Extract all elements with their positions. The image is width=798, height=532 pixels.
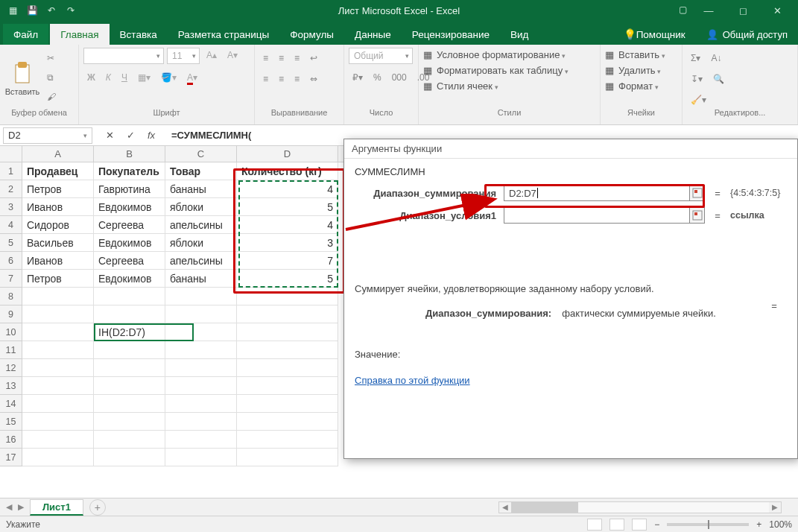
align-top-icon[interactable]: ≡ xyxy=(259,51,272,66)
sort-icon[interactable]: A↓ xyxy=(707,51,725,66)
font-color-button[interactable]: A▾ xyxy=(183,70,201,85)
cell-B12[interactable] xyxy=(94,359,165,377)
function-help-link[interactable]: Справка по этой функции xyxy=(355,375,470,386)
view-normal-icon[interactable] xyxy=(587,519,602,531)
tab-file[interactable]: Файл xyxy=(3,24,48,45)
cell-D9[interactable] xyxy=(237,305,338,323)
tab-layout[interactable]: Разметка страницы xyxy=(168,24,279,45)
cell-B10[interactable]: ІН(D2:D7) xyxy=(94,323,165,341)
row-header[interactable]: 10 xyxy=(0,323,22,341)
cell-B16[interactable] xyxy=(94,431,165,449)
zoom-value[interactable]: 100% xyxy=(769,519,792,530)
cell-C16[interactable] xyxy=(165,431,237,449)
row-header[interactable]: 6 xyxy=(0,252,22,270)
cell-B14[interactable] xyxy=(94,395,165,413)
font-combo[interactable] xyxy=(83,48,164,64)
add-sheet-button[interactable]: + xyxy=(89,499,106,516)
tab-data[interactable]: Данные xyxy=(344,24,402,45)
cell-B8[interactable] xyxy=(94,288,165,305)
align-right-icon[interactable]: ≡ xyxy=(291,72,303,86)
cell-C12[interactable] xyxy=(165,359,237,377)
delete-cells-button[interactable]: ▦Удалить xyxy=(605,63,677,77)
cell-A15[interactable] xyxy=(22,413,94,431)
align-left-icon[interactable]: ≡ xyxy=(259,72,272,86)
fill-icon[interactable]: ↧▾ xyxy=(687,72,706,86)
arg2-input[interactable] xyxy=(504,207,690,224)
name-box[interactable]: D2 xyxy=(3,127,92,144)
hscroll-right[interactable]: ▶ xyxy=(769,502,781,513)
row-header[interactable]: 15 xyxy=(0,413,22,431)
format-cells-button[interactable]: ▦Формат xyxy=(605,79,677,93)
redo-icon[interactable]: ↷ xyxy=(64,4,77,17)
cell-C9[interactable] xyxy=(165,305,237,323)
fx-button[interactable]: fx xyxy=(142,127,161,144)
cell-C7[interactable]: бананы xyxy=(165,270,237,288)
cell-A12[interactable] xyxy=(22,359,94,377)
cell-A5[interactable]: Васильев xyxy=(22,234,94,252)
cell-B6[interactable]: Сергеева xyxy=(94,252,165,270)
cell-D16[interactable] xyxy=(237,431,338,449)
row-header[interactable]: 5 xyxy=(0,234,22,252)
cell-A11[interactable] xyxy=(22,341,94,359)
row-header[interactable]: 2 xyxy=(0,180,22,198)
cell-D5[interactable]: 3 xyxy=(237,234,338,252)
tab-insert[interactable]: Вставка xyxy=(110,24,168,45)
cell-C13[interactable] xyxy=(165,377,237,395)
close-button[interactable]: ✕ xyxy=(762,3,792,18)
undo-icon[interactable]: ↶ xyxy=(45,4,58,17)
cell-A2[interactable]: Петров xyxy=(22,180,94,198)
tab-review[interactable]: Рецензирование xyxy=(402,24,500,45)
cell-A8[interactable] xyxy=(22,288,94,305)
merge-icon[interactable]: ⇔ xyxy=(306,72,321,86)
row-header[interactable]: 17 xyxy=(0,449,22,466)
sheet-nav-next[interactable]: ▶ xyxy=(18,502,24,512)
arg2-range-picker[interactable] xyxy=(690,207,705,224)
clear-icon[interactable]: 🧹▾ xyxy=(687,92,710,107)
tab-formulas[interactable]: Формулы xyxy=(279,24,344,45)
cell-A9[interactable] xyxy=(22,305,94,323)
cell-C4[interactable]: апельсины xyxy=(165,216,237,234)
shrink-font-icon[interactable]: A▾ xyxy=(224,48,241,64)
zoom-in-icon[interactable]: + xyxy=(756,519,761,530)
cell-C11[interactable] xyxy=(165,341,237,359)
cell-C3[interactable]: яблоки xyxy=(165,198,237,216)
cell-A1[interactable]: Продавец xyxy=(22,162,94,180)
cell-B13[interactable] xyxy=(94,377,165,395)
cell-D15[interactable] xyxy=(237,413,338,431)
cell-C2[interactable]: бананы xyxy=(165,180,237,198)
row-header[interactable]: 14 xyxy=(0,395,22,413)
cell-D7[interactable]: 5 xyxy=(237,270,338,288)
col-A[interactable]: A xyxy=(22,146,94,162)
cell-D14[interactable] xyxy=(237,395,338,413)
row-header[interactable]: 16 xyxy=(0,431,22,449)
view-break-icon[interactable] xyxy=(632,519,647,531)
align-center-icon[interactable]: ≡ xyxy=(275,72,288,86)
comma-icon[interactable]: 000 xyxy=(388,70,411,85)
save-icon[interactable]: 💾 xyxy=(25,4,39,17)
cell-C10[interactable] xyxy=(165,323,237,341)
align-bot-icon[interactable]: ≡ xyxy=(291,51,303,66)
zoom-slider[interactable] xyxy=(667,523,749,526)
select-all-corner[interactable] xyxy=(0,146,22,162)
row-header[interactable]: 9 xyxy=(0,305,22,323)
cell-C8[interactable] xyxy=(165,288,237,305)
horizontal-scrollbar[interactable]: ◀ ▶ xyxy=(498,501,782,513)
cell-B11[interactable] xyxy=(94,341,165,359)
hscroll-thumb[interactable] xyxy=(511,502,578,513)
cell-styles-button[interactable]: ▦Стили ячеек xyxy=(423,79,595,93)
cell-C5[interactable]: яблоки xyxy=(165,234,237,252)
cell-D11[interactable] xyxy=(237,341,338,359)
cell-A13[interactable] xyxy=(22,377,94,395)
col-D[interactable]: D xyxy=(237,146,338,162)
cell-B1[interactable]: Покупатель xyxy=(94,162,165,180)
hscroll-left[interactable]: ◀ xyxy=(499,502,511,513)
tab-home[interactable]: Главная xyxy=(50,24,109,45)
cell-C17[interactable] xyxy=(165,449,237,466)
cond-format-button[interactable]: ▦Условное форматирование xyxy=(423,48,595,62)
wrap-icon[interactable]: ↩ xyxy=(306,51,321,66)
cell-D2[interactable]: 4 xyxy=(237,180,338,198)
zoom-out-icon[interactable]: − xyxy=(654,519,659,530)
cell-D12[interactable] xyxy=(237,359,338,377)
arg1-range-picker[interactable] xyxy=(690,185,705,201)
cell-A16[interactable] xyxy=(22,431,94,449)
